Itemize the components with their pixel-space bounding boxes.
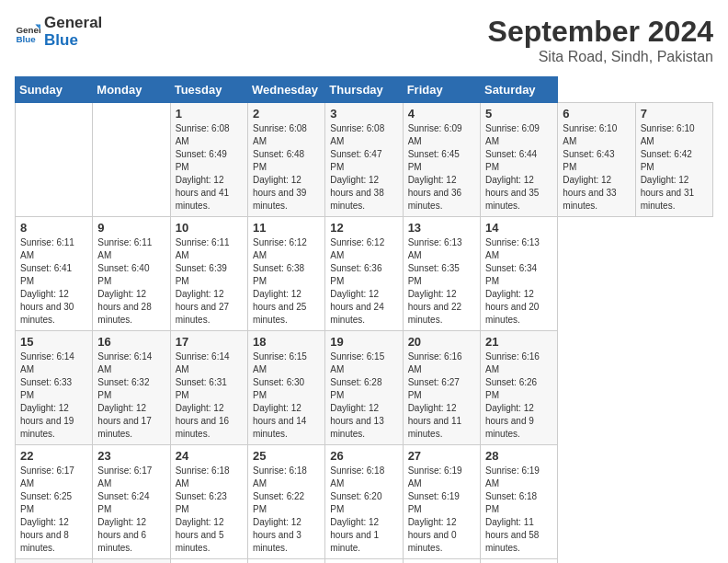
day-number: 28 [485,449,552,463]
day-info: Sunrise: 6:10 AMSunset: 6:43 PMDaylight:… [563,123,617,211]
empty-cell [93,103,170,217]
table-row: 22 Sunrise: 6:17 AMSunset: 6:25 PMDaylig… [16,445,93,559]
col-header-sunday: Sunday [16,77,93,103]
calendar-week-1: 1 Sunrise: 6:08 AMSunset: 6:49 PMDayligh… [16,103,713,217]
calendar-header-row: SundayMondayTuesdayWednesdayThursdayFrid… [16,77,713,103]
day-info: Sunrise: 6:15 AMSunset: 6:30 PMDaylight:… [253,351,307,439]
calendar-week-3: 15 Sunrise: 6:14 AMSunset: 6:33 PMDaylig… [16,331,713,445]
day-number: 24 [176,449,243,463]
logo-icon: General Blue [15,19,40,45]
day-number: 1 [176,107,243,121]
day-info: Sunrise: 6:08 AMSunset: 6:48 PMDaylight:… [253,123,307,211]
day-number: 21 [485,335,552,349]
day-number: 8 [20,221,87,235]
table-row: 11 Sunrise: 6:12 AMSunset: 6:38 PMDaylig… [247,217,324,331]
title-block: September 2024 Sita Road, Sindh, Pakista… [488,15,713,65]
day-info: Sunrise: 6:16 AMSunset: 6:26 PMDaylight:… [485,351,540,439]
table-row [247,559,324,564]
table-row: 17 Sunrise: 6:14 AMSunset: 6:31 PMDaylig… [170,331,247,445]
day-info: Sunrise: 6:11 AMSunset: 6:40 PMDaylight:… [97,237,152,325]
day-number: 25 [253,449,320,463]
day-number: 20 [408,335,475,349]
table-row: 14 Sunrise: 6:13 AMSunset: 6:34 PMDaylig… [480,217,557,331]
day-info: Sunrise: 6:11 AMSunset: 6:41 PMDaylight:… [20,237,74,325]
table-row: 10 Sunrise: 6:11 AMSunset: 6:39 PMDaylig… [170,217,247,331]
table-row: 20 Sunrise: 6:16 AMSunset: 6:27 PMDaylig… [403,331,480,445]
day-info: Sunrise: 6:14 AMSunset: 6:33 PMDaylight:… [20,351,74,439]
table-row: 30 Sunrise: 6:20 AMSunset: 6:16 PMDaylig… [93,559,170,564]
page-header: General Blue General Blue September 2024… [15,15,713,65]
day-number: 6 [563,107,630,121]
col-header-saturday: Saturday [480,77,557,103]
day-info: Sunrise: 6:14 AMSunset: 6:31 PMDaylight:… [176,351,230,439]
table-row [325,559,403,564]
table-row: 6 Sunrise: 6:10 AMSunset: 6:43 PMDayligh… [558,103,635,217]
table-row [170,559,247,564]
day-number: 10 [176,221,243,235]
table-row [403,559,480,564]
day-info: Sunrise: 6:13 AMSunset: 6:35 PMDaylight:… [408,237,462,325]
col-header-thursday: Thursday [325,77,403,103]
day-info: Sunrise: 6:15 AMSunset: 6:28 PMDaylight:… [330,351,384,439]
day-info: Sunrise: 6:17 AMSunset: 6:25 PMDaylight:… [20,465,74,553]
day-number: 11 [253,221,320,235]
day-number: 18 [253,335,320,349]
day-number: 5 [485,107,552,121]
col-header-tuesday: Tuesday [170,77,247,103]
table-row: 21 Sunrise: 6:16 AMSunset: 6:26 PMDaylig… [480,331,557,445]
table-row: 19 Sunrise: 6:15 AMSunset: 6:28 PMDaylig… [325,331,403,445]
day-info: Sunrise: 6:13 AMSunset: 6:34 PMDaylight:… [485,237,540,325]
col-header-friday: Friday [403,77,480,103]
calendar-table: SundayMondayTuesdayWednesdayThursdayFrid… [15,76,713,563]
calendar-week-4: 22 Sunrise: 6:17 AMSunset: 6:25 PMDaylig… [16,445,713,559]
day-info: Sunrise: 6:08 AMSunset: 6:47 PMDaylight:… [330,123,384,211]
table-row: 1 Sunrise: 6:08 AMSunset: 6:49 PMDayligh… [170,103,247,217]
day-info: Sunrise: 6:09 AMSunset: 6:45 PMDaylight:… [408,123,462,211]
col-header-wednesday: Wednesday [247,77,324,103]
table-row: 26 Sunrise: 6:18 AMSunset: 6:20 PMDaylig… [325,445,403,559]
day-info: Sunrise: 6:18 AMSunset: 6:20 PMDaylight:… [330,465,384,553]
day-number: 19 [330,335,397,349]
day-number: 9 [97,221,165,235]
table-row: 7 Sunrise: 6:10 AMSunset: 6:42 PMDayligh… [635,103,712,217]
day-number: 14 [485,221,552,235]
day-info: Sunrise: 6:17 AMSunset: 6:24 PMDaylight:… [97,465,152,553]
day-number: 4 [408,107,475,121]
day-number: 26 [330,449,397,463]
table-row: 27 Sunrise: 6:19 AMSunset: 6:19 PMDaylig… [403,445,480,559]
logo: General Blue General Blue [15,15,102,49]
table-row: 13 Sunrise: 6:13 AMSunset: 6:35 PMDaylig… [403,217,480,331]
day-info: Sunrise: 6:12 AMSunset: 6:36 PMDaylight:… [330,237,384,325]
day-info: Sunrise: 6:19 AMSunset: 6:19 PMDaylight:… [408,465,462,553]
table-row [480,559,557,564]
day-number: 15 [20,335,87,349]
table-row: 8 Sunrise: 6:11 AMSunset: 6:41 PMDayligh… [16,217,93,331]
day-info: Sunrise: 6:18 AMSunset: 6:22 PMDaylight:… [253,465,307,553]
day-info: Sunrise: 6:08 AMSunset: 6:49 PMDaylight:… [176,123,230,211]
month-title: September 2024 [488,15,713,49]
table-row: 2 Sunrise: 6:08 AMSunset: 6:48 PMDayligh… [247,103,324,217]
day-info: Sunrise: 6:12 AMSunset: 6:38 PMDaylight:… [253,237,307,325]
table-row: 3 Sunrise: 6:08 AMSunset: 6:47 PMDayligh… [325,103,403,217]
table-row: 15 Sunrise: 6:14 AMSunset: 6:33 PMDaylig… [16,331,93,445]
day-number: 2 [253,107,320,121]
calendar-week-5: 29 Sunrise: 6:20 AMSunset: 6:17 PMDaylig… [16,559,713,564]
day-number: 16 [97,335,165,349]
calendar-week-2: 8 Sunrise: 6:11 AMSunset: 6:41 PMDayligh… [16,217,713,331]
day-number: 7 [641,107,708,121]
table-row: 5 Sunrise: 6:09 AMSunset: 6:44 PMDayligh… [480,103,557,217]
day-number: 22 [20,449,87,463]
table-row: 16 Sunrise: 6:14 AMSunset: 6:32 PMDaylig… [93,331,170,445]
table-row: 9 Sunrise: 6:11 AMSunset: 6:40 PMDayligh… [93,217,170,331]
table-row: 4 Sunrise: 6:09 AMSunset: 6:45 PMDayligh… [403,103,480,217]
day-info: Sunrise: 6:18 AMSunset: 6:23 PMDaylight:… [176,465,230,553]
day-number: 12 [330,221,397,235]
day-info: Sunrise: 6:09 AMSunset: 6:44 PMDaylight:… [485,123,540,211]
table-row: 12 Sunrise: 6:12 AMSunset: 6:36 PMDaylig… [325,217,403,331]
table-row: 18 Sunrise: 6:15 AMSunset: 6:30 PMDaylig… [247,331,324,445]
day-number: 23 [97,449,165,463]
svg-text:Blue: Blue [16,33,36,43]
col-header-monday: Monday [93,77,170,103]
day-info: Sunrise: 6:11 AMSunset: 6:39 PMDaylight:… [176,237,230,325]
table-row: 25 Sunrise: 6:18 AMSunset: 6:22 PMDaylig… [247,445,324,559]
